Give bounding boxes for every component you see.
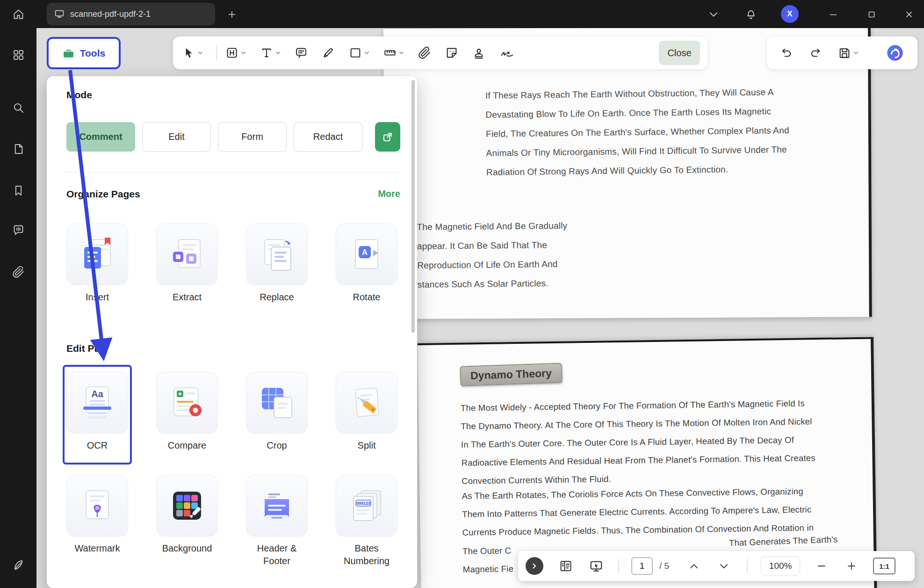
replace-icon bbox=[246, 224, 308, 285]
shape-tool-button[interactable] bbox=[347, 44, 371, 61]
chevron-right-icon bbox=[531, 563, 538, 569]
cursor-icon bbox=[182, 46, 195, 59]
paperclip-icon bbox=[418, 46, 431, 59]
chevron-down-icon bbox=[399, 51, 404, 55]
app-sidebar bbox=[0, 0, 36, 588]
home-icon bbox=[12, 8, 25, 21]
undo-button[interactable] bbox=[778, 44, 795, 61]
mode-edit-button[interactable]: Edit bbox=[142, 122, 211, 152]
mode-redact-button[interactable]: Redact bbox=[294, 122, 362, 152]
minimize-button[interactable] bbox=[827, 8, 840, 21]
new-tab-button[interactable] bbox=[225, 8, 238, 21]
tabs-dropdown-button[interactable] bbox=[707, 8, 720, 21]
ocr-icon: Aa bbox=[66, 372, 128, 434]
mode-comment-button[interactable]: Comment bbox=[66, 122, 135, 152]
ocr-sample-text: Aa bbox=[91, 389, 103, 399]
user-avatar[interactable]: X bbox=[781, 5, 799, 23]
pages-panel-button[interactable] bbox=[8, 138, 29, 159]
attachments-panel-button[interactable] bbox=[8, 261, 29, 282]
tool-card-watermark[interactable]: Watermark bbox=[66, 475, 128, 567]
highlight-tool-button[interactable] bbox=[224, 44, 248, 61]
tool-card-compare[interactable]: Compare bbox=[156, 372, 218, 452]
card-label: Split bbox=[336, 439, 397, 452]
pdf-page-1[interactable]: If These Rays Reach The Earth Without Ob… bbox=[383, 27, 872, 319]
next-page-button[interactable] bbox=[720, 564, 728, 569]
signature-icon bbox=[499, 46, 515, 59]
note-tool-button[interactable] bbox=[293, 44, 310, 61]
panel-scrollbar[interactable] bbox=[411, 80, 415, 333]
collapse-bar-button[interactable] bbox=[526, 557, 543, 575]
tab-title: scanned-pdf-updf-2-1 bbox=[70, 9, 151, 19]
undo-icon bbox=[780, 46, 793, 59]
external-link-icon bbox=[382, 131, 393, 143]
previous-page-button[interactable] bbox=[690, 564, 698, 569]
notifications-button[interactable] bbox=[744, 8, 758, 21]
save-button[interactable] bbox=[836, 44, 860, 61]
plus-icon bbox=[847, 561, 856, 571]
sticker-tool-button[interactable] bbox=[443, 44, 460, 61]
pen-tool-button[interactable] bbox=[320, 44, 337, 61]
tool-card-insert[interactable]: Insert bbox=[66, 224, 128, 304]
tool-card-rotate[interactable]: A Rotate bbox=[336, 224, 397, 304]
comments-panel-button[interactable] bbox=[8, 219, 29, 240]
tool-card-split[interactable]: Split bbox=[336, 372, 397, 452]
bates-numbering-icon: 000123 bbox=[336, 475, 397, 537]
brand-logo-icon[interactable] bbox=[8, 554, 29, 575]
zoom-in-button[interactable] bbox=[847, 561, 856, 571]
page1-paragraph-1: If These Rays Reach The Earth Without Ob… bbox=[485, 82, 814, 182]
bookmarks-button[interactable] bbox=[8, 180, 29, 201]
tool-card-crop[interactable]: Crop bbox=[246, 372, 308, 452]
high-annotation-icon bbox=[225, 46, 238, 59]
tools-menu-button[interactable]: Tools bbox=[47, 37, 121, 69]
document-tab[interactable]: scanned-pdf-updf-2-1 bbox=[47, 3, 215, 25]
page2-fragment-right: That Generates The Earth's bbox=[729, 530, 838, 552]
stamp-tool-button[interactable] bbox=[470, 44, 487, 61]
close-window-button[interactable] bbox=[902, 8, 916, 21]
apps-grid-button[interactable] bbox=[8, 44, 29, 65]
redo-button[interactable] bbox=[807, 44, 824, 61]
page2-heading-badge: Dynamo Theory bbox=[460, 363, 562, 386]
edit-cards-row-2: Watermark Background bbox=[66, 475, 397, 567]
extract-icon bbox=[156, 224, 218, 285]
tool-card-background[interactable]: Background bbox=[156, 475, 218, 567]
mode-form-button[interactable]: Form bbox=[218, 122, 287, 152]
ruler-icon bbox=[383, 46, 397, 59]
open-in-new-button[interactable] bbox=[375, 122, 400, 152]
document-icon bbox=[12, 143, 25, 155]
signature-tool-button[interactable] bbox=[498, 44, 517, 61]
more-link[interactable]: More bbox=[378, 189, 400, 199]
tool-card-extract[interactable]: Extract bbox=[156, 224, 218, 304]
thumbnail-panel-button[interactable] bbox=[559, 559, 572, 573]
close-button[interactable]: Close bbox=[659, 41, 700, 65]
tool-card-replace[interactable]: Replace bbox=[246, 224, 308, 304]
organize-section-title: Organize Pages bbox=[66, 189, 140, 200]
crop-icon bbox=[246, 372, 308, 434]
page2-fragment-last: Magnetic Fie bbox=[462, 559, 513, 579]
tools-panel: Mode Comment Edit Form Redact Organize P… bbox=[47, 76, 417, 588]
organize-cards-row: Insert Extract bbox=[66, 224, 397, 304]
select-tool-button[interactable] bbox=[180, 44, 205, 61]
ai-assistant-button[interactable] bbox=[884, 42, 906, 64]
measure-tool-button[interactable] bbox=[382, 44, 406, 61]
home-button[interactable] bbox=[8, 4, 29, 24]
pdf-page-2[interactable]: Dynamo Theory The Most Widely - Accepted… bbox=[418, 337, 877, 588]
presentation-mode-button[interactable] bbox=[589, 559, 603, 573]
thumbnail-panel-icon bbox=[559, 559, 572, 573]
page-total-label: / 5 bbox=[659, 561, 669, 571]
page-number-input[interactable] bbox=[631, 557, 653, 575]
split-icon bbox=[336, 372, 397, 434]
bates-sample-number: 000123 bbox=[356, 501, 370, 506]
search-button[interactable] bbox=[8, 97, 29, 118]
tool-card-header-footer[interactable]: Header & Footer bbox=[246, 475, 308, 567]
tool-card-bates-numbering[interactable]: 000123 Bates Numbering bbox=[336, 475, 397, 567]
zoom-out-button[interactable] bbox=[817, 561, 826, 571]
panel-divider bbox=[66, 172, 400, 173]
tool-card-ocr[interactable]: Aa OCR bbox=[66, 372, 128, 452]
actual-size-button[interactable]: 1:1 bbox=[873, 558, 895, 574]
attach-file-tool-button[interactable] bbox=[416, 44, 433, 61]
page-navigation-bar: / 5 100% 1:1 bbox=[518, 551, 915, 581]
text-tool-button[interactable] bbox=[258, 44, 282, 61]
maximize-button[interactable] bbox=[865, 8, 878, 21]
annotation-toolbar: Close bbox=[173, 36, 707, 69]
zoom-level-button[interactable]: 100% bbox=[761, 556, 800, 576]
